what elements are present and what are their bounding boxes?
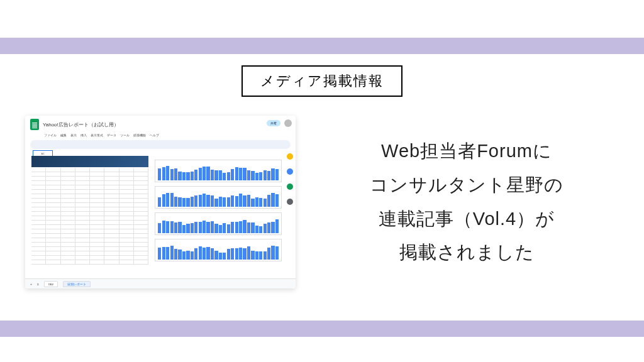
spreadsheet-thumbnail: Yahoo!広告レポート（お試し用） 共有 ファイル 編集 表示 挿入 表示形式…	[25, 116, 296, 288]
headline-line-2: コンサルタント星野の	[314, 168, 619, 202]
tab-raw: raw	[44, 281, 58, 287]
doc-title: Yahoo!広告レポート（お試し用）	[43, 121, 119, 128]
all-sheets-icon: ≡	[37, 282, 39, 286]
sheets-icon	[30, 119, 39, 130]
contacts-icon	[287, 199, 293, 205]
share-button: 共有	[267, 120, 280, 126]
headline-line-3: 連載記事（Vol.4）が	[314, 202, 619, 236]
keep-icon	[287, 168, 293, 175]
top-stripe	[0, 38, 644, 54]
charts-column	[155, 156, 282, 276]
thumb-header: Yahoo!広告レポート（お試し用） 共有	[25, 116, 296, 133]
add-sheet-icon: +	[30, 282, 32, 286]
bottom-stripe	[0, 321, 644, 337]
tasks-icon	[287, 184, 293, 190]
headline: Web担当者Forumに コンサルタント星野の 連載記事（Vol.4）が 掲載さ…	[314, 134, 619, 270]
sheet-tabs: + ≡ raw 日別レポート	[25, 278, 296, 288]
table-header-image	[31, 156, 148, 167]
calendar-icon	[287, 153, 293, 160]
content-area: メディア掲載情報 Yahoo!広告レポート（お試し用） 共有 ファイル 編集 表…	[0, 54, 644, 321]
category-badge: メディア掲載情報	[242, 65, 402, 97]
mini-chart-3	[155, 212, 282, 235]
headline-line-4: 掲載されました	[314, 236, 619, 270]
data-table	[31, 156, 148, 276]
toolbar	[30, 140, 291, 149]
mini-chart-4	[155, 239, 282, 261]
side-panel-icons	[287, 153, 293, 205]
mini-chart-2	[155, 186, 282, 209]
menu-bar: ファイル 編集 表示 挿入 表示形式 データ ツール 拡張機能 ヘルプ	[25, 133, 296, 139]
tab-daily-report: 日別レポート	[63, 281, 91, 287]
mini-chart-1	[155, 160, 282, 182]
headline-line-1: Web担当者Forumに	[314, 134, 619, 168]
avatar	[284, 119, 292, 127]
